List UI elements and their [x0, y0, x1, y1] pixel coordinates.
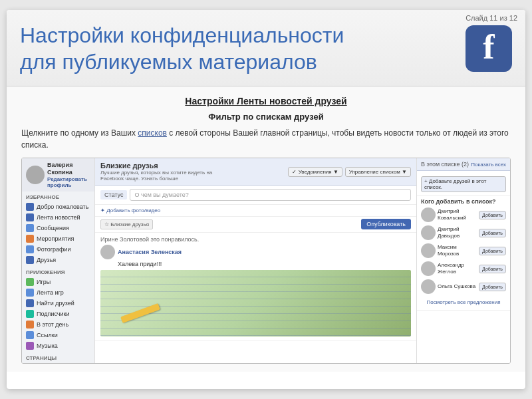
section-title: Настройки Ленты новостей друзей — [21, 96, 511, 106]
suggest-name-1: Дмитрий Ковальский — [438, 208, 479, 221]
news-icon — [26, 213, 34, 221]
header-area: Настройки конфиденциальности для публику… — [7, 10, 525, 86]
sidebar-item-create-page[interactable]: Создать Страницу ... — [26, 362, 90, 363]
suggest-item-5: Ольга Сушкова Добавить — [421, 279, 506, 294]
suggest-item-3: Максим Морозов Добавить — [421, 243, 506, 258]
status-tab[interactable]: Статус — [100, 190, 127, 200]
pages-section: СТРАНИЦЫ Создать Страницу ... Лента Стра… — [22, 352, 94, 363]
sidebar-item-on-this-day[interactable]: В этот день — [26, 319, 90, 330]
see-more-suggestions-link[interactable]: Посмотреть все предложения — [421, 297, 506, 307]
post-header: Анастасия Зеленская — [100, 245, 411, 259]
links-icon — [26, 331, 34, 339]
sidebar-item-links[interactable]: Ссылки — [26, 330, 90, 340]
show-all-link[interactable]: Показать всех — [471, 162, 506, 168]
suggest-avatar-2 — [421, 225, 436, 240]
events-icon — [26, 235, 34, 243]
sidebar-item-news[interactable]: Лента новостей — [26, 212, 90, 223]
suggestions-section: Кого добавить в список? Дмитрий Ковальск… — [417, 196, 510, 311]
slide-container: Слайд 11 из 12 Настройки конфиденциально… — [7, 10, 525, 389]
sidebar-item-games[interactable]: Игры — [26, 277, 90, 287]
suggest-name-5: Ольга Сушкова — [438, 283, 475, 290]
post-liked: Ирине Золотовой это понравилось. Анастас… — [95, 233, 416, 340]
notifications-button[interactable]: ✓ Уведомления ▼ — [288, 167, 342, 177]
post-image — [100, 270, 411, 336]
post-text: Халева приди!!! — [118, 261, 411, 267]
welcome-icon — [26, 203, 34, 211]
add-suggest-5[interactable]: Добавить — [479, 283, 506, 291]
friends-icon — [26, 256, 34, 264]
sidebar-item-games-feed[interactable]: Лента игр — [26, 287, 90, 298]
music-icon — [26, 342, 34, 350]
games-icon — [26, 278, 34, 286]
sidebar-item-subscribers[interactable]: Подписчики — [26, 309, 90, 319]
facebook-mockup: Валерия Скопина Редактировать профиль ИЗ… — [21, 158, 511, 364]
add-suggest-4[interactable]: Добавить — [479, 265, 506, 273]
publish-row: ☆ Близкие друзья Опубликовать — [95, 217, 416, 233]
add-to-list-section: + Добавьте друзей в этот список. — [417, 171, 510, 196]
status-box: Статус О чем вы думаете? — [95, 186, 416, 205]
publish-button[interactable]: Опубликовать — [361, 219, 411, 229]
suggest-name-2: Дмитрий Давыдов — [438, 226, 479, 239]
fb-sidebar: Валерия Скопина Редактировать профиль ИЗ… — [22, 158, 95, 363]
sidebar-item-music[interactable]: Музыка — [26, 340, 90, 351]
on-this-day-icon — [26, 321, 34, 329]
slide-counter: Слайд 11 из 12 — [466, 14, 517, 22]
add-media-row: ✦ Добавить фото/видео — [95, 205, 416, 217]
suggest-avatar-3 — [421, 243, 436, 258]
suggest-name-3: Максим Морозов — [438, 244, 479, 257]
content-area: Настройки Ленты новостей друзей Фильтр п… — [7, 86, 525, 372]
post-avatar — [100, 245, 115, 259]
favorites-section: ИЗБРАННОЕ Добро пожаловать Лента новосте… — [22, 192, 94, 267]
add-suggest-2[interactable]: Добавить — [479, 229, 506, 237]
suggest-item-1: Дмитрий Ковальский Добавить — [421, 207, 506, 222]
add-photo-video[interactable]: ✦ Добавить фото/видео — [100, 207, 160, 213]
description-text: Щелкните по одному из Ваших списков с ле… — [21, 127, 511, 151]
feed-header: Близкие друзья Лучшие друзья, которых вы… — [95, 158, 416, 186]
suggest-avatar-4 — [421, 261, 436, 276]
add-suggest-3[interactable]: Добавить — [479, 247, 506, 255]
add-to-list-button[interactable]: + Добавьте друзей в этот список. — [421, 176, 506, 192]
status-input[interactable]: О чем вы думаете? — [130, 189, 411, 201]
notebook-lines — [100, 270, 411, 336]
suggest-item-4: Александр Жеглов Добавить — [421, 261, 506, 276]
subsection-title: Фильтр по спискам друзей — [21, 112, 511, 122]
suggestions-title: Кого добавить в список? — [421, 198, 506, 205]
sidebar-item-events[interactable]: Мероприятия — [26, 233, 90, 244]
sidebar-item-find-friends[interactable]: Найти друзей — [26, 298, 90, 309]
suggest-name-4: Александр Жеглов — [438, 262, 479, 275]
sidebar-item-welcome[interactable]: Добро пожаловать — [26, 201, 90, 212]
sidebar-item-friends[interactable]: Друзья — [26, 255, 90, 265]
list-count-label: В этом списке (2) — [421, 161, 469, 168]
fb-feed: Близкие друзья Лучшие друзья, которых вы… — [95, 158, 417, 363]
friends-tag[interactable]: ☆ Близкие друзья — [100, 219, 153, 229]
feed-buttons: ✓ Уведомления ▼ Управление списком ▼ — [288, 167, 411, 177]
user-avatar — [26, 166, 45, 184]
games-feed-icon — [26, 289, 34, 297]
sidebar-item-messages[interactable]: Сообщения — [26, 223, 90, 233]
suggest-avatar-5 — [421, 279, 436, 294]
add-suggest-1[interactable]: Добавить — [479, 211, 506, 219]
slide-title: Настройки конфиденциальности для публику… — [20, 22, 344, 75]
find-friends-icon — [26, 299, 34, 307]
facebook-logo: f — [466, 25, 512, 72]
subscribers-icon — [26, 310, 34, 318]
sidebar-item-photos[interactable]: Фотографии — [26, 244, 90, 255]
manage-list-button[interactable]: Управление списком ▼ — [345, 167, 411, 177]
fb-user-header: Валерия Скопина Редактировать профиль — [22, 158, 94, 192]
photos-icon — [26, 245, 34, 253]
fb-right-panel: В этом списке (2) Показать всех + Добавь… — [417, 158, 510, 363]
right-panel-header: В этом списке (2) Показать всех — [417, 158, 510, 171]
suggest-avatar-1 — [421, 207, 436, 222]
liked-text: Ирине Золотовой это понравилось. — [100, 236, 411, 243]
apps-section: ПРИЛОЖЕНИЯ Игры Лента игр Найти друзей — [22, 267, 94, 352]
lists-link[interactable]: списков — [138, 128, 167, 138]
suggest-item-2: Дмитрий Давыдов Добавить — [421, 225, 506, 240]
messages-icon — [26, 224, 34, 232]
post-name[interactable]: Анастасия Зеленская — [118, 249, 182, 255]
